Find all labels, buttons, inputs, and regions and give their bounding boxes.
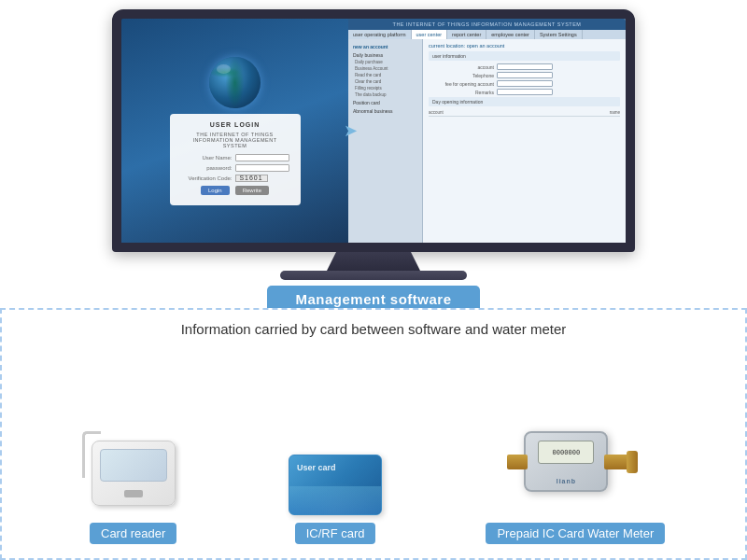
username-input[interactable] [235, 154, 289, 161]
login-buttons: Login Rewrite [181, 186, 289, 195]
login-button[interactable]: Login [201, 186, 230, 195]
meter-pipe-right [604, 455, 634, 469]
screen-sidebar: new an account Daily business Daily purc… [348, 39, 423, 243]
sidebar-sub-filling[interactable]: Filling receipts [351, 85, 419, 91]
telephone-label: Telephone [429, 73, 494, 78]
sidebar-sub-clear-card[interactable]: Clear the card [351, 78, 419, 85]
monitor-wrapper: USER LOGIN THE INTERNET OF THINGS INFORM… [103, 9, 644, 280]
water-meter-image: lianb [514, 431, 636, 515]
account-field-row: account [429, 63, 620, 70]
card-reader-label: Card reader [90, 523, 176, 544]
card-reader-body [92, 441, 176, 506]
tab-system-settings[interactable]: System Settings [535, 30, 583, 39]
fee-field-row: fee for opening account [429, 80, 620, 87]
account-label: account [429, 64, 494, 70]
table-header-account: account [429, 110, 444, 115]
sidebar-sub-read-card[interactable]: Read the card [351, 72, 419, 78]
verification-label: Verification Code: [181, 175, 233, 181]
username-field-row: User Name: [181, 154, 289, 161]
ic-card-image: User card [289, 455, 382, 515]
monitor-stand [327, 252, 420, 271]
table-header-row: account name [429, 109, 620, 117]
username-label: User Name: [181, 155, 233, 161]
water-meter-item: lianb Prepaid IC Card Water Meter [486, 431, 665, 544]
meter-pipe-left [507, 455, 528, 469]
tab-user-center[interactable]: user center [412, 30, 448, 39]
sidebar-sub-data-backup[interactable]: The data backup [351, 91, 419, 98]
tab-user-operating[interactable]: user operating platform [348, 30, 412, 39]
screen-main: current location: open an account user i… [423, 39, 626, 243]
day-opening-section: Day opening information [429, 97, 620, 106]
tab-employee-center[interactable]: employee center [486, 30, 535, 39]
password-label: password: [181, 165, 233, 171]
card-reader-image [82, 431, 185, 515]
monitor-screen: USER LOGIN THE INTERNET OF THINGS INFORM… [121, 19, 626, 243]
password-input[interactable] [235, 164, 289, 172]
sidebar-item-daily-business[interactable]: Daily business [351, 50, 419, 59]
verification-field-row: Verification Code: S1601 [181, 175, 289, 182]
monitor-base [280, 271, 467, 280]
water-meter-label: Prepaid IC Card Water Meter [486, 523, 665, 544]
meter-display [538, 441, 594, 464]
fee-label: fee for opening account [429, 81, 494, 87]
sidebar-item-position-card[interactable]: Position card [351, 98, 419, 106]
globe-icon [209, 57, 261, 108]
info-text: Information carried by card between soft… [181, 321, 567, 337]
ic-card-text: User card [297, 463, 336, 472]
arrow-icon: ➤ [344, 120, 358, 141]
fee-input[interactable] [497, 80, 553, 87]
telephone-input[interactable] [497, 72, 553, 78]
user-login-box: USER LOGIN THE INTERNET OF THINGS INFORM… [170, 114, 301, 205]
verification-code-display: S1601 [235, 175, 268, 182]
ic-card-label: IC/RF card [295, 523, 376, 544]
tab-report-center[interactable]: report center [447, 30, 486, 39]
remarks-input[interactable] [497, 89, 553, 95]
screen-right-panel: THE INTERNET OF THINGS INFORMATION MANAG… [348, 19, 626, 243]
user-login-title: USER LOGIN [181, 121, 289, 128]
table-header-name: name [610, 110, 620, 115]
ic-card-item: User card IC/RF card [289, 455, 382, 544]
meter-body: lianb [524, 431, 608, 492]
telephone-field-row: Telephone [429, 72, 620, 78]
screen-content: new an account Daily business Daily purc… [348, 39, 626, 243]
bottom-section: Information carried by card between soft… [0, 308, 747, 560]
password-field-row: password: [181, 164, 289, 172]
sidebar-sub-daily-purchase[interactable]: Daily purchase [351, 59, 419, 65]
sidebar-item-abnormal[interactable]: Abnormal business [351, 106, 419, 115]
sidebar-item-new-account[interactable]: new an account [351, 42, 419, 50]
monitor: USER LOGIN THE INTERNET OF THINGS INFORM… [112, 9, 635, 252]
remarks-label: Remarks [429, 90, 494, 95]
sidebar-sub-business-account[interactable]: Business Account [351, 65, 419, 72]
top-section: USER LOGIN THE INTERNET OF THINGS INFORM… [0, 0, 747, 308]
meter-logo: lianb [557, 478, 576, 484]
ic-card-water-design [289, 486, 381, 514]
remarks-field-row: Remarks [429, 89, 620, 95]
screen-right-header: THE INTERNET OF THINGS INFORMATION MANAG… [348, 19, 626, 30]
user-info-section: user information [429, 51, 620, 61]
card-reader-item: Card reader [82, 431, 185, 544]
screen-left-panel: USER LOGIN THE INTERNET OF THINGS INFORM… [121, 19, 348, 243]
reset-button[interactable]: Rewrite [235, 186, 269, 195]
screen-tabs: user operating platform user center repo… [348, 30, 626, 39]
iot-subtitle: THE INTERNET OF THINGS INFORMATION MANAG… [181, 132, 289, 148]
account-input[interactable] [497, 63, 553, 70]
breadcrumb-text: current location: open an account [429, 43, 620, 49]
devices-row: Card reader User card IC/RF card lianb P… [2, 351, 745, 558]
